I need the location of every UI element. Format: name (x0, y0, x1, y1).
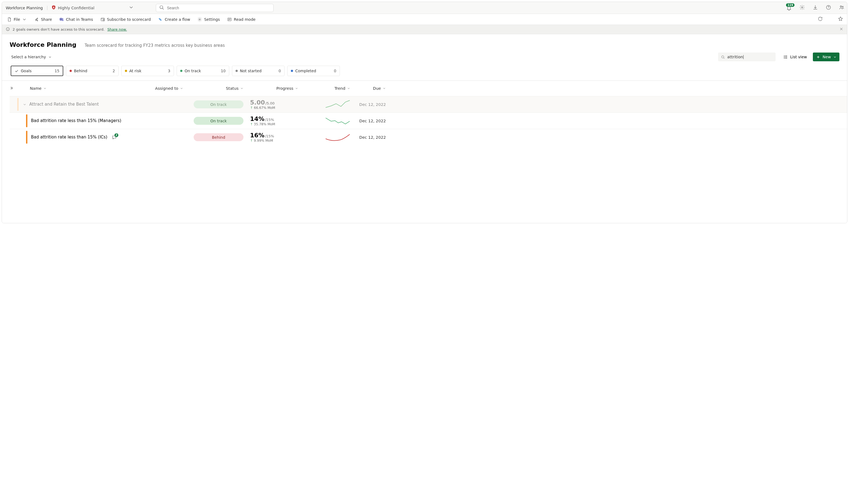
status-tab-not-started[interactable]: Not started0 (232, 66, 284, 76)
settings-icon[interactable] (799, 5, 805, 11)
goal-name: Attract and Retain the Best Talent (29, 101, 99, 108)
status-tab-goals[interactable]: Goals15 (11, 66, 63, 76)
status-pill: Behind (194, 133, 243, 141)
trend-up-icon: ↑ (250, 122, 253, 126)
svg-point-6 (842, 6, 843, 7)
goal-name: Bad attrition rate less than 15% (Manage… (31, 118, 121, 124)
col-progress[interactable]: Progress (243, 86, 298, 91)
page-subtitle: Team scorecard for tracking FY23 metrics… (85, 43, 225, 48)
chat-teams-button[interactable]: T Chat in Teams (58, 16, 94, 23)
help-icon[interactable] (826, 5, 831, 11)
svg-point-1 (160, 5, 163, 8)
page-title: Workforce Planning (10, 41, 76, 48)
progress-target: /15% (265, 118, 274, 122)
status-mark (26, 131, 28, 144)
svg-rect-0 (53, 7, 54, 8)
share-label: Share (41, 17, 52, 22)
list-view-label: List view (790, 55, 807, 59)
progress-delta: 35.78% MoM (254, 122, 275, 126)
new-button[interactable]: New (813, 53, 839, 61)
svg-point-4 (828, 8, 829, 8)
global-search-input[interactable] (167, 5, 271, 11)
chat-label: Chat in Teams (66, 17, 93, 22)
info-icon (6, 27, 10, 32)
status-tabs: Goals15Behind2At risk3On track10Not star… (2, 65, 847, 81)
goal-row[interactable]: Bad attrition rate less than 15% (Manage… (10, 112, 847, 129)
title-bar: Workforce Planning Highly Confidential 1… (2, 2, 847, 14)
progress-value: 5.00 (250, 99, 265, 106)
trend-sparkline (298, 100, 350, 109)
share-now-link[interactable]: Share now. (107, 28, 127, 32)
hierarchy-label: Select a hierarchy (11, 55, 46, 59)
settings-button[interactable]: Settings (196, 16, 221, 23)
subscribe-label: Subscribe to scorecard (107, 17, 151, 22)
refresh-icon[interactable] (817, 16, 823, 22)
people-icon[interactable] (839, 5, 844, 11)
svg-point-17 (784, 57, 784, 57)
goal-row[interactable]: Attract and Retain the Best TalentOn tra… (10, 96, 847, 112)
progress-delta: 66.67% MoM (254, 106, 275, 110)
close-icon[interactable] (839, 27, 843, 32)
global-search[interactable] (156, 4, 274, 12)
status-tab-on-track[interactable]: On track10 (177, 66, 229, 76)
col-assigned-label: Assigned to (155, 86, 178, 91)
banner-text: 2 goals owners don't have access to this… (13, 28, 105, 32)
goals-search[interactable]: attrition (718, 53, 776, 61)
file-menu[interactable]: File (6, 16, 28, 23)
due-date: Dec 12, 2022 (350, 135, 386, 140)
notifications-button[interactable]: 119 (786, 5, 792, 11)
read-mode-button[interactable]: Read mode (226, 16, 257, 23)
notification-count: 119 (786, 3, 795, 7)
col-status-label: Status (226, 86, 239, 91)
col-status[interactable]: Status (183, 86, 243, 91)
status-tab-completed[interactable]: Completed0 (287, 66, 340, 76)
info-banner: 2 goals owners don't have access to this… (2, 25, 847, 34)
sensitivity-selector[interactable]: Highly Confidential (50, 5, 96, 11)
progress-target: /15% (265, 134, 274, 138)
col-name[interactable]: Name (30, 86, 128, 91)
favorite-icon[interactable] (838, 16, 843, 22)
goals-search-input[interactable]: attrition (727, 55, 744, 59)
svg-point-15 (722, 56, 724, 58)
trend-up-icon: ↑ (250, 139, 253, 143)
status-pill: On track (194, 101, 243, 108)
create-flow-button[interactable]: Create a flow (157, 16, 191, 23)
progress-delta: 9.99% MoM (254, 139, 273, 143)
status-tab-at-risk[interactable]: At risk3 (121, 66, 174, 76)
col-due-label: Due (373, 86, 381, 91)
status-mark (17, 98, 19, 111)
download-icon[interactable] (813, 5, 818, 11)
due-date: Dec 12, 2022 (350, 102, 386, 107)
svg-point-12 (199, 19, 201, 20)
col-assigned[interactable]: Assigned to (128, 86, 183, 91)
goal-row[interactable]: Bad attrition rate less than 15% (ICs)2B… (10, 129, 847, 145)
chevron-down-icon[interactable] (128, 5, 134, 11)
col-due[interactable]: Due (350, 86, 386, 91)
subscribe-button[interactable]: Subscribe to scorecard (99, 16, 152, 23)
svg-point-18 (784, 58, 784, 58)
sensitivity-label: Highly Confidential (58, 6, 94, 10)
share-button[interactable]: Share (33, 16, 53, 23)
due-date: Dec 12, 2022 (350, 119, 386, 123)
svg-point-2 (802, 6, 803, 8)
svg-point-5 (840, 6, 842, 7)
col-trend[interactable]: Trend (298, 86, 350, 91)
expand-all-icon[interactable] (10, 86, 13, 91)
svg-point-9 (62, 18, 63, 19)
list-view-toggle[interactable]: List view (783, 55, 807, 59)
file-label: File (14, 17, 20, 22)
search-icon (159, 5, 164, 11)
comment-icon[interactable]: 2 (112, 135, 117, 140)
trend-up-icon: ↑ (250, 106, 253, 110)
settings-label: Settings (204, 17, 220, 22)
status-mark (26, 114, 28, 127)
hierarchy-selector[interactable]: Select a hierarchy (11, 55, 52, 59)
table-header: Name Assigned to Status Progress Trend D… (10, 81, 847, 96)
progress-value: 14% (250, 115, 264, 122)
doc-title: Workforce Planning (6, 6, 45, 10)
readmode-label: Read mode (234, 17, 256, 22)
command-bar: File Share T Chat in Teams Subscribe to … (2, 14, 847, 25)
status-tab-behind[interactable]: Behind2 (66, 66, 119, 76)
flow-label: Create a flow (165, 17, 190, 22)
chevron-down-icon[interactable] (23, 103, 27, 106)
